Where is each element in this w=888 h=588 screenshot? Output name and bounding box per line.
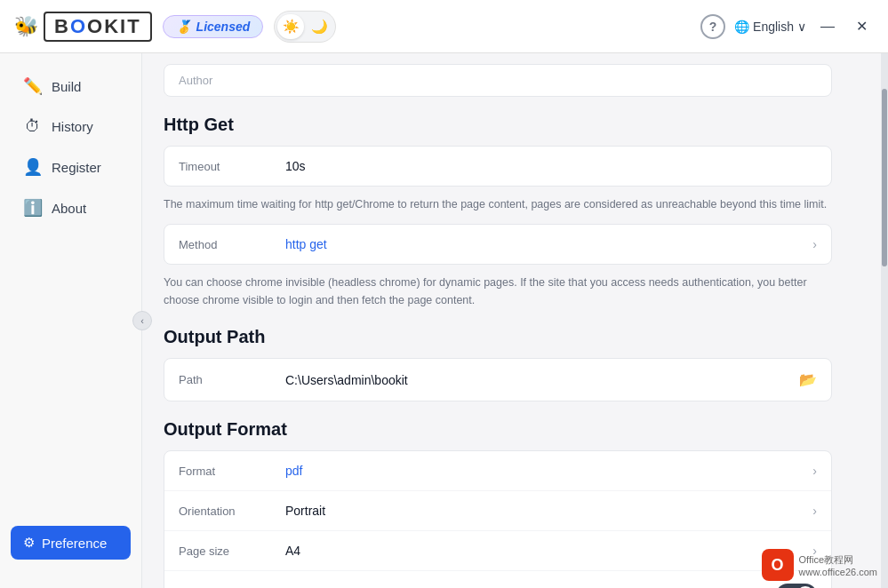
sidebar-item-history[interactable]: ⏱ History [11, 108, 131, 145]
scrollbar-track[interactable] [881, 53, 888, 588]
licensed-medal-icon: 🥇 [176, 20, 191, 34]
gear-icon: ⚙ [23, 535, 35, 551]
author-label: Author [179, 74, 212, 87]
help-button[interactable]: ? [700, 14, 725, 39]
chevron-left-icon: ‹ [140, 315, 144, 326]
sidebar-collapse-button[interactable]: ‹ [132, 311, 152, 330]
watermark: O Office教程网 www.office26.com [762, 549, 877, 581]
sidebar-item-register[interactable]: 👤 Register [11, 148, 131, 186]
timeout-value: 10s [285, 159, 817, 173]
output-format-title: Output Format [164, 419, 832, 440]
timeout-info: The maximum time waiting for http get/Ch… [164, 195, 832, 213]
close-icon: ✕ [856, 18, 868, 35]
sidebar-item-history-label: History [52, 119, 93, 134]
content-inner: Author Http Get Timeout 10s The maximum … [142, 64, 853, 588]
format-row[interactable]: Format pdf › [164, 451, 831, 491]
method-chevron-icon: › [812, 237, 817, 251]
timeout-card: Timeout 10s [164, 146, 832, 187]
http-get-title: Http Get [164, 115, 832, 135]
minimize-button[interactable]: — [815, 14, 840, 39]
app-body: ✏️ Build ⏱ History 👤 Register ℹ️ About ‹… [0, 53, 888, 588]
licensed-label: Licensed [196, 20, 251, 34]
timeout-label: Timeout [179, 160, 285, 173]
chevron-down-icon: ∨ [797, 20, 806, 34]
page-size-label: Page size [179, 544, 285, 558]
path-card: Path C:\Users\admin\bookit 📂 [164, 358, 832, 401]
globe-icon: 🌐 [734, 20, 749, 34]
folder-icon[interactable]: 📂 [799, 371, 817, 388]
sidebar-item-about-label: About [52, 201, 86, 216]
orientation-row[interactable]: Orientation Portrait › [164, 491, 831, 531]
dark-theme-button[interactable]: 🌙 [306, 14, 332, 39]
format-value: pdf [285, 464, 812, 478]
method-value: http get [285, 237, 812, 251]
grayscale-row: GrayScale No [164, 571, 831, 588]
logo-text: BOOKIT [44, 12, 152, 42]
content-scroll[interactable]: Author Http Get Timeout 10s The maximum … [142, 53, 881, 588]
watermark-line1: Office教程网 [799, 553, 877, 567]
info-icon: ℹ️ [23, 198, 43, 218]
sidebar-item-build-label: Build [52, 79, 81, 94]
page-size-row[interactable]: Page size A4 › [164, 531, 831, 571]
language-selector[interactable]: 🌐 English ∨ [734, 20, 806, 34]
close-button[interactable]: ✕ [849, 14, 874, 39]
watermark-text: Office教程网 www.office26.com [799, 553, 877, 577]
method-card: Method http get › [164, 224, 832, 265]
sidebar-item-build[interactable]: ✏️ Build [11, 68, 131, 105]
light-theme-button[interactable]: ☀️ [277, 14, 304, 39]
logo-accent: O [70, 15, 87, 37]
titlebar: 🐝 BOOKIT 🥇 Licensed ☀️ 🌙 ? 🌐 English ∨ —… [0, 0, 888, 53]
scrollbar-thumb[interactable] [882, 89, 887, 266]
user-icon: 👤 [23, 157, 43, 177]
grayscale-toggle[interactable] [776, 584, 817, 588]
page-size-value: A4 [285, 544, 812, 558]
logo-bee-icon: 🐝 [14, 15, 38, 38]
sun-icon: ☀️ [283, 19, 300, 35]
help-icon: ? [709, 20, 717, 34]
moon-icon: 🌙 [311, 19, 328, 35]
orientation-chevron-icon: › [812, 504, 817, 518]
orientation-value: Portrait [285, 504, 812, 518]
preference-button[interactable]: ⚙ Preference [11, 526, 131, 560]
office-logo: O [772, 556, 784, 575]
pencil-icon: ✏️ [23, 76, 43, 96]
sidebar-nav: ✏️ Build ⏱ History 👤 Register ℹ️ About [0, 68, 141, 526]
watermark-icon: O [762, 549, 794, 581]
licensed-badge: 🥇 Licensed [163, 15, 264, 38]
method-label: Method [179, 238, 285, 251]
sidebar-preference-area: ⚙ Preference [11, 526, 131, 560]
language-label: English [753, 20, 794, 34]
path-label: Path [179, 373, 285, 386]
path-value: C:\Users\admin\bookit [285, 373, 799, 387]
format-card: Format pdf › Orientation Portrait › Page… [164, 450, 832, 588]
watermark-line2: www.office26.com [799, 567, 877, 577]
format-label: Format [179, 465, 285, 478]
titlebar-right: ? 🌐 English ∨ — ✕ [700, 14, 874, 39]
method-row[interactable]: Method http get › [164, 225, 831, 264]
path-row[interactable]: Path C:\Users\admin\bookit 📂 [164, 359, 831, 401]
theme-toggle[interactable]: ☀️ 🌙 [274, 11, 336, 43]
sidebar-item-register-label: Register [52, 160, 101, 175]
sidebar-item-about[interactable]: ℹ️ About [11, 189, 131, 226]
sidebar: ✏️ Build ⏱ History 👤 Register ℹ️ About ‹… [0, 53, 142, 588]
output-path-title: Output Path [164, 327, 832, 347]
preference-label: Preference [42, 536, 107, 551]
logo-area: 🐝 BOOKIT [14, 12, 152, 42]
orientation-label: Orientation [179, 505, 285, 518]
timeout-row: Timeout 10s [164, 147, 831, 186]
author-row: Author [164, 64, 832, 97]
minimize-icon: — [820, 19, 835, 35]
format-chevron-icon: › [812, 464, 817, 478]
method-info: You can choose chrome invisible (headles… [164, 274, 832, 309]
clock-icon: ⏱ [23, 117, 43, 136]
main-content: Author Http Get Timeout 10s The maximum … [142, 53, 888, 588]
